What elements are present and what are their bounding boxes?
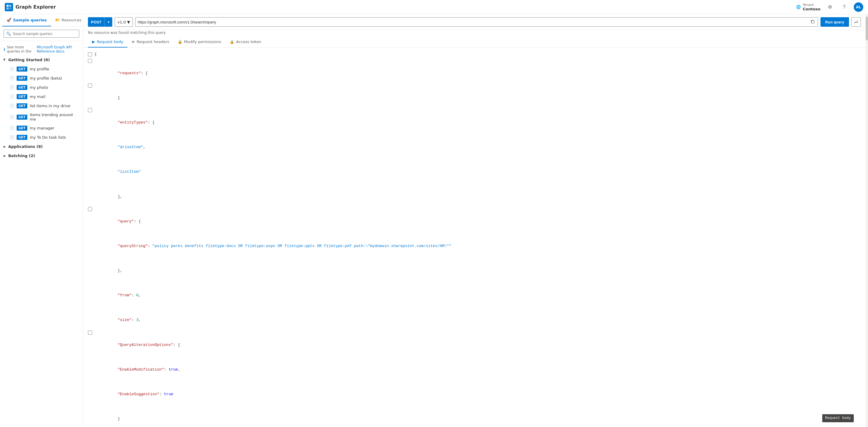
- content-scrollbar[interactable]: [866, 14, 868, 427]
- app-title: Graph Explorer: [16, 4, 56, 10]
- main-layout: 🚀 Sample queries 📂 Resources 🕐 History 🔍…: [0, 14, 868, 427]
- code-line-5: "driveItem",: [88, 132, 861, 157]
- code-line-10: },: [88, 256, 861, 280]
- topbar-actions: 🌐 Tenant Contoso ⚙ ? AL: [796, 2, 863, 12]
- doc-icon-1: 📄: [9, 76, 14, 80]
- method-selector[interactable]: POST ▼: [88, 17, 112, 27]
- resources-icon: 📂: [55, 18, 60, 22]
- svg-rect-2: [6, 7, 9, 9]
- svg-rect-0: [6, 5, 9, 7]
- code-line-4: "entityTypes": [: [88, 107, 861, 132]
- code-checkbox-1[interactable]: [88, 52, 92, 57]
- doc-icon-7: 📄: [9, 135, 14, 139]
- code-checkbox-3[interactable]: [88, 84, 92, 88]
- topbar: Graph Explorer 🌐 Tenant Contoso ⚙ ? AL: [0, 0, 868, 14]
- svg-rect-3: [9, 7, 11, 9]
- svg-rect-4: [811, 21, 814, 23]
- code-line-9: "queryString": "policy perks benefits fi…: [88, 231, 861, 255]
- code-checkbox-2[interactable]: [88, 59, 92, 63]
- query-item-my-todo[interactable]: 📄 GET my To Do task lists: [0, 133, 83, 142]
- code-line-15: "EnableSuggestion": true: [88, 379, 861, 403]
- method-badge-7: GET: [17, 135, 27, 140]
- code-checkbox-13[interactable]: [88, 330, 92, 335]
- request-headers-icon: ≡: [132, 39, 135, 44]
- copy-url-button[interactable]: [810, 19, 815, 25]
- method-badge-2: GET: [17, 85, 27, 90]
- tab-modify-permissions[interactable]: 🔒 Modify permissions: [174, 36, 225, 47]
- access-token-icon: 🔒: [229, 39, 235, 44]
- url-input[interactable]: [138, 20, 808, 24]
- code-line-13: "QueryAlterationOptions": {: [88, 330, 861, 354]
- version-selector[interactable]: v1.0 ▼: [115, 17, 132, 27]
- code-token: {: [94, 52, 97, 58]
- doc-icon-2: 📄: [9, 85, 14, 90]
- share-button[interactable]: [851, 17, 861, 27]
- query-item-my-manager[interactable]: 📄 GET my manager: [0, 124, 83, 133]
- sidebar-content: ℹ See more queries in the Microsoft Grap…: [0, 41, 83, 427]
- method-badge-6: GET: [17, 126, 27, 131]
- docs-link[interactable]: Microsoft Graph API Reference docs.: [37, 45, 79, 54]
- doc-icon-0: 📄: [9, 67, 14, 71]
- query-item-my-photo[interactable]: 📄 GET my photo: [0, 83, 83, 92]
- code-line-11: "from": 0,: [88, 280, 861, 305]
- section-getting-started-items: 📄 GET my profile 📄 GET my profile (beta)…: [0, 64, 83, 142]
- info-icon: ℹ: [4, 47, 5, 52]
- search-icon: 🔍: [6, 31, 11, 36]
- sidebar: 🚀 Sample queries 📂 Resources 🕐 History 🔍…: [0, 14, 83, 427]
- code-line-1: {: [88, 52, 861, 58]
- avatar[interactable]: AL: [854, 2, 863, 12]
- query-item-my-profile-beta[interactable]: 📄 GET my profile (beta): [0, 74, 83, 83]
- settings-button[interactable]: ⚙: [825, 2, 835, 12]
- tenant-label: Tenant: [803, 3, 820, 7]
- method-badge-3: GET: [17, 94, 27, 99]
- query-item-my-mail[interactable]: 📄 GET my mail: [0, 92, 83, 101]
- run-query-button[interactable]: Run query: [820, 17, 849, 27]
- tab-resources[interactable]: 📂 Resources: [51, 14, 83, 26]
- doc-icon-5: 📄: [9, 115, 14, 119]
- section-getting-started[interactable]: ▶ Getting Started (8): [0, 55, 83, 64]
- code-line-12: "size": 3,: [88, 305, 861, 330]
- tab-request-headers[interactable]: ≡ Request headers: [127, 36, 173, 47]
- section-applications[interactable]: ▶ Applications (8): [0, 142, 83, 151]
- section-chevron-applications: ▶: [4, 145, 6, 148]
- query-bar: POST ▼ v1.0 ▼ Run query: [83, 14, 866, 30]
- section-chevron-getting-started: ▶: [3, 59, 6, 61]
- svg-rect-1: [9, 5, 11, 7]
- tenant-name: Contoso: [803, 7, 820, 11]
- search-input[interactable]: [13, 31, 76, 36]
- query-item-items-trending[interactable]: 📄 GET items trending around me: [0, 110, 83, 124]
- method-badge-5: GET: [17, 114, 27, 120]
- help-button[interactable]: ?: [839, 2, 849, 12]
- version-dropdown-arrow: ▼: [127, 20, 130, 24]
- url-input-wrapper: [135, 17, 818, 27]
- tab-access-token[interactable]: 🔒 Access token: [225, 36, 266, 47]
- sample-queries-icon: 🚀: [6, 18, 11, 22]
- section-chevron-batching: ▶: [4, 154, 6, 157]
- code-line-3: {: [88, 83, 861, 107]
- request-body-icon: ▶: [92, 39, 95, 44]
- doc-icon-3: 📄: [9, 94, 14, 99]
- code-checkbox-8[interactable]: [88, 207, 92, 211]
- code-line-16: }: [88, 404, 861, 427]
- code-editor: { "requests": [ {: [83, 48, 866, 427]
- logo-icon: [5, 3, 13, 11]
- scrollbar-thumb: [866, 17, 868, 40]
- query-item-my-profile[interactable]: 📄 GET my profile: [0, 64, 83, 74]
- method-dropdown-arrow: ▼: [104, 17, 112, 27]
- doc-icon-6: 📄: [9, 126, 14, 130]
- panel-tabs: ▶ Request body ≡ Request headers 🔒 Modif…: [83, 36, 866, 48]
- query-item-list-items[interactable]: 📄 GET list items in my drive: [0, 101, 83, 110]
- tab-sample-queries[interactable]: 🚀 Sample queries: [2, 14, 51, 26]
- section-batching[interactable]: ▶ Batching (2): [0, 151, 83, 160]
- tenant-info: 🌐 Tenant Contoso: [796, 3, 820, 11]
- code-line-14: "EnableModification": true,: [88, 354, 861, 379]
- content-area: POST ▼ v1.0 ▼ Run query: [83, 14, 866, 427]
- code-checkbox-4[interactable]: [88, 108, 92, 112]
- method-badge-1: GET: [17, 76, 27, 81]
- tab-request-body[interactable]: ▶ Request body: [88, 36, 127, 47]
- search-box: 🔍: [4, 30, 79, 38]
- code-line-2: "requests": [: [88, 58, 861, 83]
- code-line-8: "query": {: [88, 206, 861, 231]
- query-status-bar: No resource was found matching this quer…: [83, 30, 866, 36]
- code-line-6: "listItem": [88, 157, 861, 182]
